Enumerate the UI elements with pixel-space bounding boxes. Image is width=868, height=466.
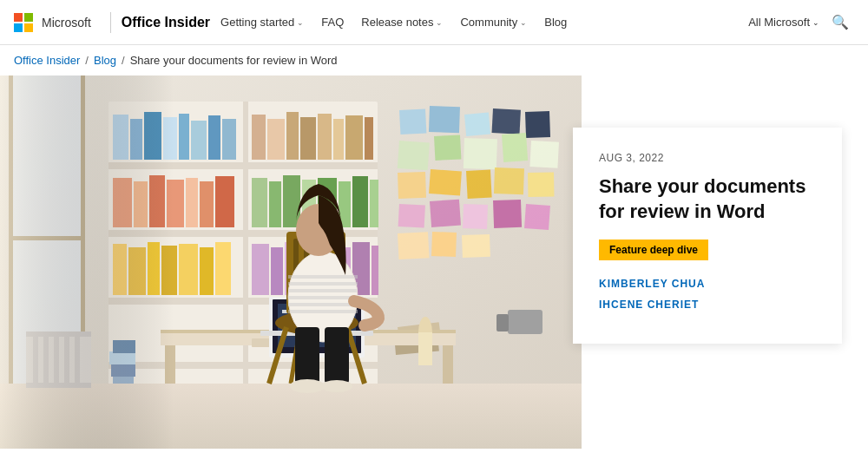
svg-rect-98 (288, 310, 358, 313)
logo-green-sq (24, 13, 33, 22)
svg-rect-124 (429, 169, 462, 195)
svg-rect-97 (288, 303, 358, 306)
nav-blog[interactable]: Blog (537, 12, 574, 32)
svg-rect-122 (529, 141, 559, 168)
svg-rect-94 (288, 282, 358, 286)
site-brand-link[interactable]: Office Insider (122, 15, 210, 30)
svg-rect-121 (502, 133, 528, 162)
microsoft-label: Microsoft (42, 16, 91, 30)
hero-card: AUG 3, 2022 Share your documents for rev… (573, 128, 842, 344)
svg-rect-95 (288, 289, 358, 292)
svg-rect-26 (333, 119, 344, 160)
logo-blue-sq (14, 23, 23, 32)
breadcrumb-office-insider[interactable]: Office Insider (14, 54, 80, 67)
svg-rect-130 (463, 204, 488, 229)
breadcrumb-current-page: Share your documents for review in Word (130, 54, 338, 67)
microsoft-logo[interactable]: Microsoft (14, 13, 91, 32)
svg-rect-52 (271, 247, 283, 295)
community-chevron: ⌄ (520, 18, 527, 27)
hero-date: AUG 3, 2022 (599, 152, 816, 164)
svg-rect-123 (398, 172, 426, 199)
svg-rect-12 (243, 102, 248, 414)
svg-rect-127 (528, 172, 554, 197)
search-button[interactable]: 🔍 (826, 9, 854, 36)
getting-started-chevron: ⌄ (297, 18, 304, 27)
svg-rect-116 (492, 108, 521, 135)
svg-rect-119 (434, 135, 461, 161)
svg-rect-137 (496, 314, 509, 331)
svg-rect-120 (464, 138, 497, 169)
header-divider (110, 12, 111, 33)
svg-rect-96 (288, 296, 358, 299)
breadcrumb-sep-2: / (122, 54, 125, 67)
svg-point-103 (290, 379, 325, 393)
svg-rect-49 (200, 247, 214, 295)
svg-rect-36 (252, 178, 267, 227)
svg-rect-117 (525, 111, 550, 138)
hero-section: AUG 3, 2022 Share your documents for rev… (0, 75, 868, 449)
main-nav: Getting started ⌄ FAQ Release notes ⌄ Co… (214, 12, 748, 32)
svg-rect-113 (399, 108, 426, 135)
svg-rect-115 (464, 113, 490, 136)
svg-rect-125 (466, 170, 492, 199)
svg-rect-135 (462, 234, 490, 258)
site-header: Microsoft Office Insider Getting started… (0, 0, 868, 45)
svg-rect-128 (398, 204, 425, 228)
svg-rect-70 (443, 345, 453, 384)
svg-rect-27 (345, 115, 363, 160)
author-link-2[interactable]: IHCENE CHERIET (599, 299, 816, 311)
all-microsoft-menu[interactable]: All Microsoft ⌄ (748, 16, 819, 29)
svg-rect-42 (352, 176, 368, 227)
svg-rect-58 (372, 246, 378, 295)
svg-rect-23 (286, 112, 299, 160)
nav-getting-started[interactable]: Getting started ⌄ (214, 12, 311, 32)
svg-rect-48 (179, 244, 198, 295)
hero-title: Share your documents for review in Word (599, 174, 816, 224)
svg-rect-20 (222, 119, 236, 160)
svg-rect-140 (0, 75, 174, 449)
svg-rect-25 (318, 114, 332, 160)
svg-rect-19 (208, 115, 220, 160)
nav-faq[interactable]: FAQ (314, 12, 351, 32)
svg-rect-22 (267, 119, 285, 160)
svg-rect-126 (494, 167, 524, 194)
svg-rect-131 (493, 200, 522, 228)
svg-rect-35 (215, 176, 234, 227)
svg-rect-18 (191, 121, 207, 160)
all-microsoft-chevron: ⌄ (812, 18, 819, 27)
svg-rect-134 (431, 232, 457, 257)
nav-community[interactable]: Community ⌄ (453, 12, 534, 32)
svg-rect-133 (398, 232, 430, 259)
nav-release-notes[interactable]: Release notes ⌄ (354, 12, 450, 32)
ms-logo-grid (14, 13, 33, 32)
svg-rect-139 (418, 332, 432, 365)
svg-rect-129 (430, 200, 461, 227)
svg-rect-21 (252, 115, 266, 160)
svg-rect-136 (508, 310, 542, 334)
release-notes-chevron: ⌄ (436, 18, 443, 27)
svg-rect-28 (365, 117, 373, 160)
author-link-1[interactable]: KIMBERLEY CHUA (599, 278, 816, 290)
header-right: All Microsoft ⌄ 🔍 (748, 9, 854, 36)
svg-rect-51 (252, 244, 269, 295)
breadcrumb-blog[interactable]: Blog (94, 54, 116, 67)
svg-point-104 (321, 380, 352, 392)
svg-rect-33 (186, 178, 198, 227)
hero-image (0, 75, 582, 449)
svg-rect-93 (288, 275, 358, 279)
svg-rect-24 (300, 117, 316, 160)
svg-rect-132 (524, 204, 550, 230)
svg-rect-17 (179, 114, 189, 160)
svg-rect-43 (370, 180, 378, 227)
breadcrumb: Office Insider / Blog / Share your docum… (0, 45, 868, 75)
svg-rect-101 (295, 327, 319, 384)
svg-rect-118 (398, 141, 430, 170)
svg-rect-38 (283, 175, 300, 227)
svg-rect-50 (215, 242, 231, 295)
svg-rect-102 (325, 327, 349, 384)
logo-red-sq (14, 13, 23, 22)
svg-rect-37 (269, 181, 281, 227)
svg-rect-114 (429, 106, 460, 133)
logo-yellow-sq (24, 23, 33, 32)
feature-badge[interactable]: Feature deep dive (599, 240, 708, 260)
